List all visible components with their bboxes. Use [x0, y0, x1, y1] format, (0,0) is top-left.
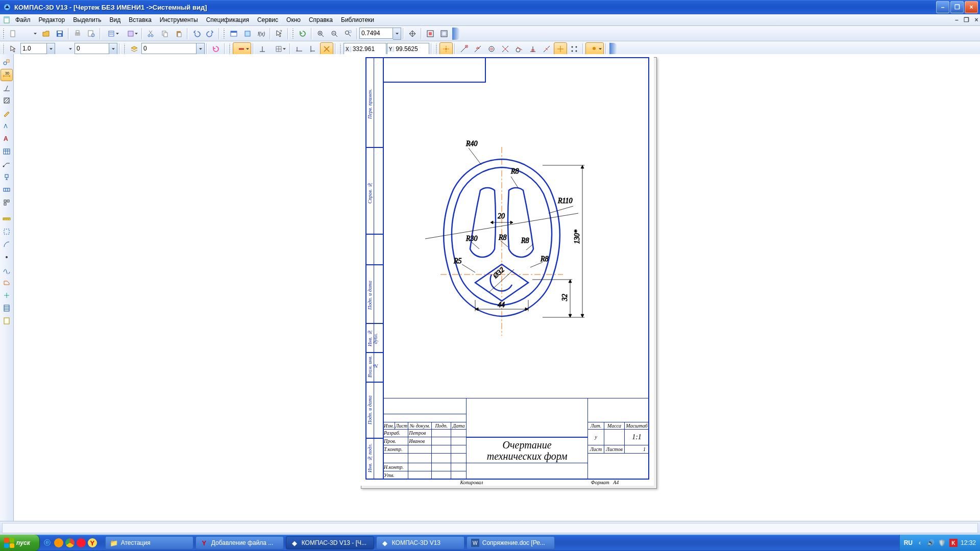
- document-icon[interactable]: [2, 16, 11, 24]
- refresh-button[interactable]: [296, 27, 309, 40]
- cut-button[interactable]: [144, 27, 158, 40]
- task-item[interactable]: W Сопряжение.doc [Ре...: [467, 536, 555, 549]
- hatching-button[interactable]: [1, 94, 13, 107]
- fit-page-button[interactable]: [437, 27, 451, 40]
- point-button[interactable]: [1, 251, 13, 263]
- menu-file[interactable]: Файл: [11, 15, 35, 24]
- ql-yandex-icon[interactable]: Y: [88, 538, 97, 547]
- style-b-combo[interactable]: [75, 43, 117, 55]
- new-button[interactable]: [7, 27, 20, 40]
- menu-libs[interactable]: Библиотеки: [337, 15, 378, 24]
- zoom-window-button[interactable]: [341, 27, 355, 40]
- zoom-dropdown-button[interactable]: [393, 28, 401, 40]
- task-item[interactable]: Y Добавление файла ...: [195, 536, 284, 549]
- params-button[interactable]: [1, 289, 13, 302]
- task-item[interactable]: ◆ КОМПАС-3D V13 - [Ч...: [286, 536, 374, 549]
- layer-dropdown[interactable]: [197, 43, 205, 55]
- arc-button[interactable]: [1, 238, 13, 251]
- zoom-combo[interactable]: [359, 28, 401, 40]
- menu-window[interactable]: Окно: [282, 15, 305, 24]
- tray-shield-icon[interactable]: 🛡️: [938, 539, 946, 547]
- mdi-minimize-button[interactable]: –: [953, 16, 960, 23]
- layer-input[interactable]: [141, 43, 197, 54]
- minimize-button[interactable]: –: [936, 1, 949, 13]
- print-button[interactable]: [71, 27, 84, 40]
- copy-button[interactable]: [158, 27, 172, 40]
- zoom-out-button[interactable]: [328, 27, 341, 40]
- fit-all-button[interactable]: [424, 27, 437, 40]
- edit-button[interactable]: [1, 107, 13, 119]
- toolbar-grip[interactable]: [123, 44, 126, 54]
- undo-button[interactable]: [190, 27, 203, 40]
- toolbar-grip[interactable]: [223, 29, 226, 39]
- geometry-button[interactable]: [1, 56, 13, 68]
- tray-volume-icon[interactable]: 🔊: [927, 539, 935, 547]
- drawing-canvas[interactable]: Перв. примен. Справ. № Подп. и дата Инв.…: [14, 54, 980, 521]
- start-button[interactable]: пуск: [0, 535, 40, 551]
- tolerance-button[interactable]: [1, 184, 13, 196]
- toolbar-grip[interactable]: [2, 29, 5, 39]
- toolbar-grip[interactable]: [2, 44, 5, 54]
- library-button[interactable]: [241, 27, 254, 40]
- step-combo[interactable]: [20, 43, 55, 55]
- zoom-input[interactable]: [359, 28, 393, 39]
- tray-chevron-icon[interactable]: ‹: [916, 539, 924, 547]
- open-button[interactable]: [39, 27, 53, 40]
- ql-opera-icon[interactable]: [77, 538, 86, 547]
- tray-av-icon[interactable]: K: [949, 539, 958, 547]
- leader-button[interactable]: [1, 158, 13, 170]
- ql-chrome-icon[interactable]: [65, 538, 75, 547]
- style-b-input[interactable]: [75, 43, 109, 54]
- table-button[interactable]: [1, 145, 13, 158]
- close-button[interactable]: ×: [965, 1, 978, 13]
- pan-button[interactable]: [406, 27, 419, 40]
- reports-button[interactable]: [1, 315, 13, 327]
- menu-spec[interactable]: Спецификация: [202, 15, 253, 24]
- measure-button[interactable]: [1, 213, 13, 225]
- mdi-restore-button[interactable]: ❐: [963, 16, 970, 23]
- select-button[interactable]: [1, 226, 13, 238]
- redo-button[interactable]: [204, 27, 217, 40]
- menu-insert[interactable]: Вставка: [125, 15, 156, 24]
- contour-button[interactable]: [1, 277, 13, 289]
- help-cursor-button[interactable]: ?: [273, 27, 286, 40]
- style-b-dropdown[interactable]: [109, 43, 117, 55]
- task-item[interactable]: ◆ КОМПАС-3D V13: [376, 536, 464, 549]
- annotation-button[interactable]: [1, 82, 13, 94]
- fx-button[interactable]: f(x): [255, 27, 268, 40]
- ql-ie-icon[interactable]: ⓔ: [43, 538, 52, 547]
- attributes-dropdown[interactable]: [103, 27, 121, 40]
- variables-dropdown[interactable]: [121, 27, 140, 40]
- manager-button[interactable]: [227, 27, 240, 40]
- mdi-close-button[interactable]: ×: [973, 16, 980, 23]
- menu-service[interactable]: Сервис: [253, 15, 282, 24]
- base-button[interactable]: [1, 171, 13, 183]
- new-dropdown-button[interactable]: [20, 27, 39, 40]
- views-button[interactable]: [1, 196, 13, 209]
- menu-edit[interactable]: Редактор: [35, 15, 69, 24]
- text-button[interactable]: A: [1, 133, 13, 145]
- menu-view[interactable]: Вид: [106, 15, 125, 24]
- zoom-in-button[interactable]: [314, 27, 327, 40]
- dimensions-button[interactable]: 30: [1, 69, 13, 81]
- ql-firefox-icon[interactable]: [54, 538, 63, 547]
- toolbar-grip[interactable]: [291, 29, 295, 39]
- spec-button[interactable]: [1, 302, 13, 314]
- clock[interactable]: 12:32: [961, 539, 976, 546]
- layer-combo[interactable]: [141, 43, 205, 55]
- toolbar-grip[interactable]: [339, 44, 342, 54]
- spline-button[interactable]: [1, 264, 13, 276]
- roughness-button[interactable]: [1, 120, 13, 132]
- step-dropdown-button[interactable]: [47, 43, 55, 55]
- step-input[interactable]: [20, 43, 47, 54]
- task-item[interactable]: 📁 Атестация: [105, 536, 193, 549]
- print-preview-button[interactable]: [85, 27, 98, 40]
- menu-select[interactable]: Выделить: [69, 15, 105, 24]
- toolbar-grip[interactable]: [435, 44, 438, 54]
- save-button[interactable]: [53, 27, 66, 40]
- paste-button[interactable]: [172, 27, 185, 40]
- lang-indicator[interactable]: RU: [904, 539, 913, 546]
- menu-tools[interactable]: Инструменты: [156, 15, 202, 24]
- menu-help[interactable]: Справка: [305, 15, 337, 24]
- maximize-button[interactable]: ❐: [950, 1, 964, 13]
